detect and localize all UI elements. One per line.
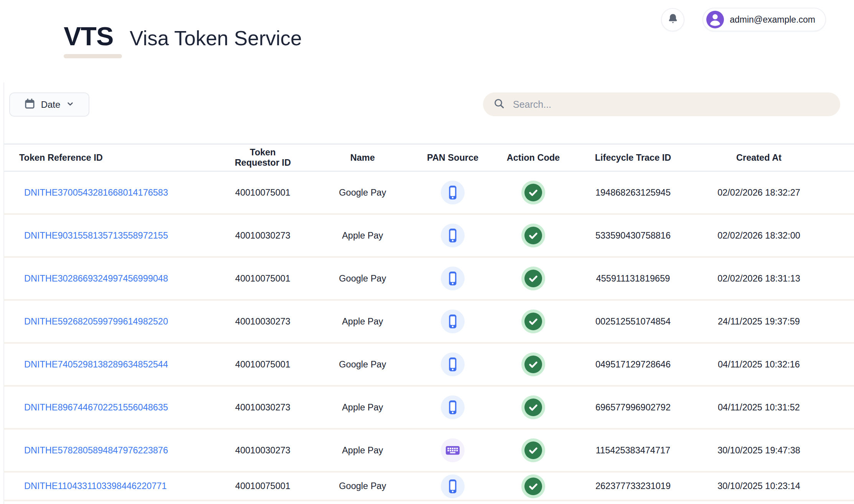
action-code-cell xyxy=(480,438,587,462)
vts-logo-text: VTS xyxy=(64,23,122,49)
lifecycle-trace-cell: 049517129728646 xyxy=(587,359,679,370)
table-row: DNITHE7405298138289634852544 40010075001… xyxy=(4,344,854,387)
app-header-branding: VTS Visa Token Service xyxy=(64,23,302,58)
user-menu[interactable]: admin@example.com xyxy=(702,8,826,31)
name-cell: Google Pay xyxy=(299,188,426,198)
table-row: DNITHE3028669324997456999048 40010075001… xyxy=(4,258,854,301)
lifecycle-trace-cell: 115425383474717 xyxy=(587,445,679,456)
mobile-phone-icon xyxy=(441,267,465,290)
search-bar xyxy=(483,92,840,116)
header-actions: admin@example.com xyxy=(661,8,826,31)
vts-logo-underline xyxy=(64,54,122,58)
search-icon xyxy=(493,97,505,111)
token-reference-link[interactable]: DNITHE7405298138289634852544 xyxy=(24,359,168,369)
token-reference-cell: DNITHE5926820599799614982520 xyxy=(19,316,226,327)
action-code-cell xyxy=(480,267,587,290)
name-cell: Apple Pay xyxy=(299,445,426,456)
token-reference-link[interactable]: DNITHE9031558135713558972155 xyxy=(24,231,168,240)
date-filter-label: Date xyxy=(41,99,61,110)
table-body: DNITHE3700543281668014176583 40010075001… xyxy=(4,172,854,501)
success-check-icon xyxy=(521,474,545,498)
table-row: DNITHE9031558135713558972155 40010030273… xyxy=(4,215,854,258)
token-reference-link[interactable]: DNITHE8967446702251556048635 xyxy=(24,402,168,412)
search-input[interactable] xyxy=(513,99,830,110)
table-row: DNITHE1104331103398446220771 40010075001… xyxy=(4,473,854,501)
mobile-phone-icon xyxy=(441,224,465,247)
token-reference-link[interactable]: DNITHE5926820599799614982520 xyxy=(24,316,168,326)
table-row: DNITHE8967446702251556048635 40010030273… xyxy=(4,387,854,430)
token-reference-cell: DNITHE9031558135713558972155 xyxy=(19,231,226,241)
created-at-cell: 02/02/2026 18:32:00 xyxy=(679,231,839,241)
pan-source-cell xyxy=(426,352,480,376)
lifecycle-trace-cell: 262377733231019 xyxy=(587,481,679,491)
lifecycle-trace-cell: 533590430758816 xyxy=(587,231,679,241)
calendar-icon xyxy=(24,98,36,111)
token-reference-cell: DNITHE7405298138289634852544 xyxy=(19,359,226,370)
mobile-phone-icon xyxy=(441,352,465,376)
token-requestor-cell: 40010075001 xyxy=(226,481,299,491)
mobile-phone-icon xyxy=(441,310,465,333)
token-reference-link[interactable]: DNITHE5782805894847976223876 xyxy=(24,445,168,455)
table-row: DNITHE3700543281668014176583 40010075001… xyxy=(4,172,854,215)
created-at-cell: 30/10/2025 19:47:38 xyxy=(679,445,839,456)
action-code-cell xyxy=(480,395,587,419)
pan-source-cell xyxy=(426,474,480,498)
success-check-icon xyxy=(521,352,545,376)
notifications-button[interactable] xyxy=(661,8,684,31)
token-requestor-cell: 40010030273 xyxy=(226,445,299,456)
pan-source-cell xyxy=(426,224,480,247)
user-email: admin@example.com xyxy=(730,15,815,25)
token-reference-link[interactable]: DNITHE3700543281668014176583 xyxy=(24,188,168,198)
page-title: Visa Token Service xyxy=(130,28,302,48)
date-filter-button[interactable]: Date xyxy=(9,92,89,117)
column-header-token-requestor-id: Token Requestor ID xyxy=(226,147,299,168)
token-reference-link[interactable]: DNITHE1104331103398446220771 xyxy=(24,481,167,491)
token-requestor-cell: 40010075001 xyxy=(226,273,299,284)
column-header-pan-source: PAN Source xyxy=(426,153,480,163)
token-reference-link[interactable]: DNITHE3028669324997456999048 xyxy=(24,273,168,283)
column-header-name: Name xyxy=(299,153,426,163)
column-header-lifecycle-trace-id: Lifecycle Trace ID xyxy=(587,153,679,163)
vts-logo: VTS xyxy=(64,23,122,58)
created-at-cell: 04/11/2025 10:32:16 xyxy=(679,359,839,370)
chevron-down-icon xyxy=(66,99,75,110)
table-row: DNITHE5782805894847976223876 40010030273… xyxy=(4,430,854,473)
token-reference-cell: DNITHE3700543281668014176583 xyxy=(19,188,226,198)
mobile-phone-icon xyxy=(441,181,465,204)
name-cell: Google Pay xyxy=(299,359,426,370)
lifecycle-trace-cell: 455911131819659 xyxy=(587,273,679,284)
success-check-icon xyxy=(521,438,545,462)
mobile-phone-icon xyxy=(441,395,465,419)
pan-source-cell xyxy=(426,181,480,204)
token-reference-cell: DNITHE3028669324997456999048 xyxy=(19,273,226,284)
name-cell: Apple Pay xyxy=(299,402,426,413)
action-code-cell xyxy=(480,181,587,204)
pan-source-cell xyxy=(426,310,480,333)
pan-source-cell xyxy=(426,395,480,419)
name-cell: Apple Pay xyxy=(299,231,426,241)
table-header-row: Token Reference ID Token Requestor ID Na… xyxy=(4,145,854,172)
pan-source-cell xyxy=(426,267,480,290)
action-code-cell xyxy=(480,474,587,498)
token-requestor-cell: 40010030273 xyxy=(226,231,299,241)
token-reference-cell: DNITHE1104331103398446220771 xyxy=(19,481,226,491)
avatar xyxy=(706,11,724,28)
success-check-icon xyxy=(521,395,545,419)
created-at-cell: 30/10/2025 10:23:14 xyxy=(679,481,839,491)
user-icon xyxy=(706,10,724,29)
action-code-cell xyxy=(480,310,587,333)
token-reference-cell: DNITHE8967446702251556048635 xyxy=(19,402,226,413)
created-at-cell: 24/11/2025 19:37:59 xyxy=(679,316,839,327)
action-code-cell xyxy=(480,352,587,376)
name-cell: Google Pay xyxy=(299,273,426,284)
column-header-created-at: Created At xyxy=(679,153,839,163)
name-cell: Apple Pay xyxy=(299,316,426,327)
keyboard-icon xyxy=(441,438,465,462)
success-check-icon xyxy=(521,224,545,247)
name-cell: Google Pay xyxy=(299,481,426,491)
token-reference-cell: DNITHE5782805894847976223876 xyxy=(19,445,226,456)
token-requestor-cell: 40010030273 xyxy=(226,316,299,327)
tokens-table: Token Reference ID Token Requestor ID Na… xyxy=(4,143,854,501)
column-header-action-code: Action Code xyxy=(480,153,587,163)
lifecycle-trace-cell: 002512551074854 xyxy=(587,316,679,327)
